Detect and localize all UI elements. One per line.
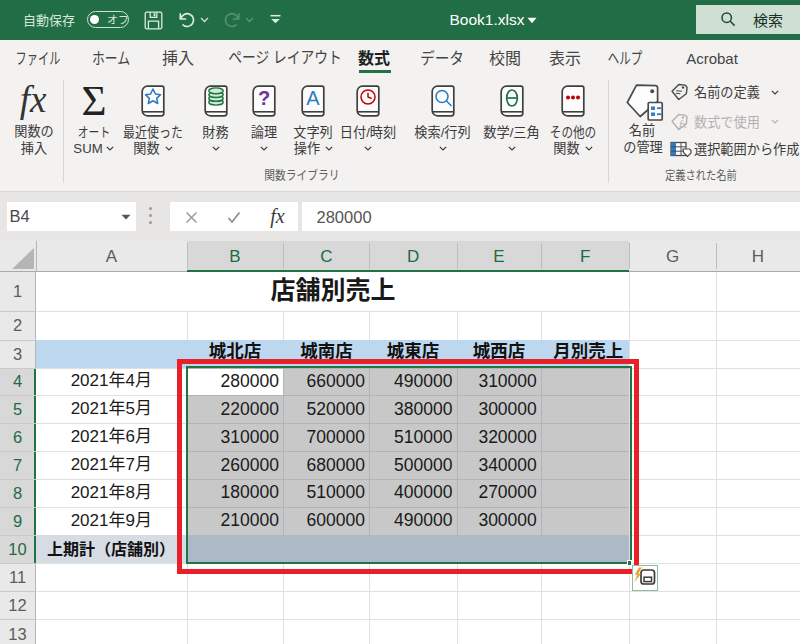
svg-text:A: A — [306, 87, 320, 109]
svg-text:?: ? — [258, 86, 270, 108]
